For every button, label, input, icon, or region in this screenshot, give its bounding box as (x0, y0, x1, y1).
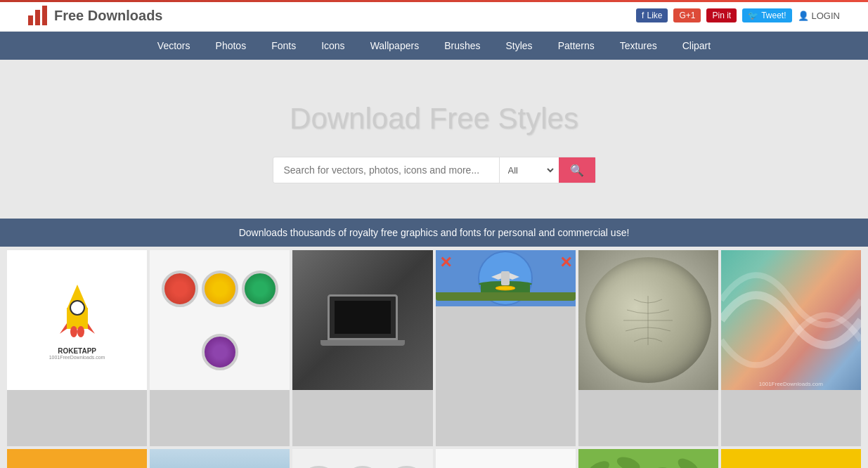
login-button[interactable]: 👤 LOGIN (798, 11, 840, 21)
thumbnail-cactus[interactable] (578, 250, 718, 446)
svg-marker-3 (60, 323, 67, 334)
twitter-bird-icon: 🐦 (748, 11, 758, 20)
svg-rect-11 (501, 271, 510, 285)
svg-point-57 (585, 458, 611, 468)
nav-styles[interactable]: Styles (493, 32, 545, 60)
svg-point-10 (495, 286, 515, 290)
cactus-sphere (585, 257, 711, 383)
nav-brushes[interactable]: Brushes (432, 32, 493, 60)
search-button[interactable]: 🔍 (559, 157, 595, 183)
nav-patterns[interactable]: Patterns (545, 32, 607, 60)
abstract-swirl-svg (721, 250, 861, 390)
promo-text: Downloads thousands of royalty free grap… (239, 227, 630, 238)
abstract-watermark: 1001FreeDownloads.com (759, 381, 823, 387)
svg-point-60 (675, 455, 701, 468)
logo-icon (28, 6, 47, 25)
search-icon: 🔍 (570, 164, 584, 176)
thumbnail-airplane[interactable]: ✕ ✕ (436, 250, 576, 446)
cactus-texture (620, 292, 676, 349)
top-accent-bar (0, 0, 868, 2)
gplus-button[interactable]: G+1 (673, 8, 701, 22)
thumbnail-circles[interactable] (150, 250, 290, 446)
pinterest-button[interactable]: Pin it (706, 8, 737, 22)
thumbnail-laptop[interactable] (292, 250, 432, 446)
thumbnail-business-cards[interactable]: 1001FreeDownloads.com (721, 449, 861, 468)
header-right: f Like G+1 Pin it 🐦 Tweet! 👤 LOGIN (636, 8, 840, 22)
twitter-label: Tweet! (761, 11, 786, 20)
svg-point-58 (615, 455, 642, 468)
hero-section: Download Free Styles All Vectors Photos … (0, 60, 868, 219)
header: Free Downloads f Like G+1 Pin it 🐦 Tweet… (0, 0, 868, 32)
svg-point-5 (70, 326, 77, 337)
roket-label: ROKETAPP (58, 347, 96, 355)
promo-bar: Downloads thousands of royalty free grap… (0, 219, 868, 247)
nav-vectors[interactable]: Vectors (145, 32, 203, 60)
facebook-like-button[interactable]: f Like (636, 8, 668, 22)
roket-watermark: 1001FreeDownloads.com (49, 355, 105, 360)
boat-svg (150, 449, 290, 468)
content-grid: ROKETAPP 1001FreeDownloads.com (0, 247, 868, 468)
hero-heading: Download Free Styles (14, 102, 854, 136)
svg-marker-4 (88, 323, 95, 334)
facebook-icon: f (642, 11, 644, 20)
user-icon: 👤 (798, 11, 809, 21)
login-label: LOGIN (812, 11, 840, 21)
laptop-screen (335, 301, 391, 334)
runway (436, 292, 576, 301)
search-bar: All Vectors Photos Fonts Icons 🔍 (273, 157, 596, 183)
nav-photos[interactable]: Photos (203, 32, 259, 60)
svg-point-2 (70, 301, 84, 315)
leaves-svg (578, 449, 718, 468)
thumbnail-leaves[interactable] (578, 449, 718, 468)
rocket-svg (53, 281, 102, 344)
twitter-button[interactable]: 🐦 Tweet! (742, 8, 791, 22)
logo-bar-1 (28, 15, 33, 25)
facebook-label: Like (647, 11, 662, 20)
circle-red (162, 271, 198, 307)
nav-wallpapers[interactable]: Wallpapers (358, 32, 432, 60)
x-mark-topright: ✕ (559, 254, 572, 272)
logo-bar-3 (42, 6, 47, 25)
svg-point-59 (645, 465, 671, 468)
gplus-label: G+1 (679, 11, 695, 20)
thumbnail-infographic[interactable]: 01 02 03 04 (436, 449, 576, 468)
nav-icons[interactable]: Icons (309, 32, 357, 60)
logo[interactable]: Free Downloads (28, 6, 162, 25)
main-nav: Vectors Photos Fonts Icons Wallpapers Br… (0, 32, 868, 60)
circle-gold (202, 271, 238, 307)
logo-bar-2 (35, 10, 40, 25)
circle-green (242, 271, 278, 307)
thumbnail-roket-app[interactable]: ROKETAPP 1001FreeDownloads.com (7, 250, 147, 446)
pinterest-label: Pin it (712, 11, 731, 20)
site-title: Free Downloads (54, 8, 162, 24)
nav-clipart[interactable]: Clipart (670, 32, 723, 60)
laptop-lid (328, 294, 398, 340)
nav-textures[interactable]: Textures (607, 32, 670, 60)
search-filter-select[interactable]: All Vectors Photos Fonts Icons (499, 157, 556, 183)
thumbnail-clown[interactable] (292, 449, 432, 468)
circle-purple (202, 334, 238, 370)
svg-point-6 (77, 326, 84, 337)
thumbnail-grid: ROKETAPP 1001FreeDownloads.com (7, 250, 861, 468)
thumbnail-city[interactable]: 1001FreeDownloads.com (7, 449, 147, 468)
x-mark-topleft: ✕ (439, 254, 452, 272)
thumbnail-boat[interactable]: 1001FreeDownloads.com (150, 449, 290, 468)
thumbnail-abstract[interactable]: 1001FreeDownloads.com (721, 250, 861, 446)
laptop-base (320, 340, 405, 346)
search-input[interactable] (273, 157, 499, 183)
nav-fonts[interactable]: Fonts (259, 32, 309, 60)
laptop-illustration (320, 294, 405, 346)
